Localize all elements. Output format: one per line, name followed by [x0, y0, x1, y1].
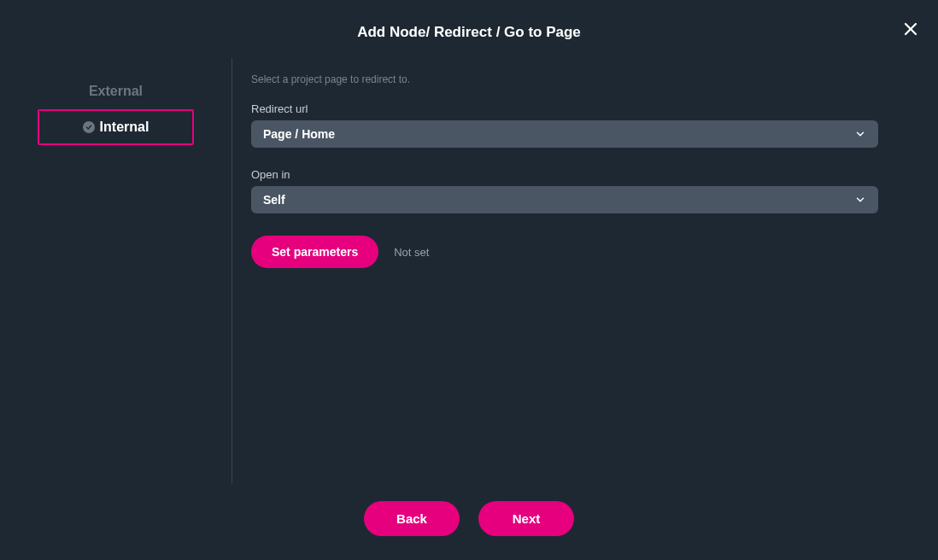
modal-body: External Internal Select a project page …	[0, 58, 938, 487]
tab-external[interactable]: External	[38, 73, 194, 109]
add-node-modal: Add Node/ Redirect / Go to Page External…	[0, 0, 938, 560]
sidebar: External Internal	[0, 58, 232, 483]
field-redirect-url: Redirect url Page / Home	[251, 102, 878, 148]
parameters-row: Set parameters Not set	[251, 236, 878, 268]
modal-title: Add Node/ Redirect / Go to Page	[0, 24, 938, 41]
chevron-down-icon	[854, 128, 866, 140]
field-open-in: Open in Self	[251, 168, 878, 213]
select-value: Page / Home	[263, 127, 335, 141]
select-value: Self	[263, 193, 285, 207]
modal-header: Add Node/ Redirect / Go to Page	[0, 0, 938, 58]
tab-label: External	[89, 84, 143, 98]
modal-footer: Back Next	[0, 487, 938, 560]
chevron-down-icon	[854, 194, 866, 206]
close-button[interactable]	[900, 20, 921, 41]
redirect-url-select[interactable]: Page / Home	[251, 120, 878, 148]
next-button[interactable]: Next	[478, 501, 574, 536]
tab-internal[interactable]: Internal	[38, 109, 194, 145]
open-in-select[interactable]: Self	[251, 186, 878, 213]
check-circle-icon	[83, 121, 95, 133]
field-label: Open in	[251, 168, 878, 181]
field-label: Redirect url	[251, 102, 878, 115]
parameters-status: Not set	[394, 246, 429, 259]
tab-label: Internal	[100, 120, 149, 135]
close-icon	[903, 21, 918, 40]
content-panel: Select a project page to redirect to. Re…	[232, 58, 938, 487]
helper-text: Select a project page to redirect to.	[251, 73, 878, 85]
set-parameters-button[interactable]: Set parameters	[251, 236, 378, 268]
back-button[interactable]: Back	[364, 501, 460, 536]
